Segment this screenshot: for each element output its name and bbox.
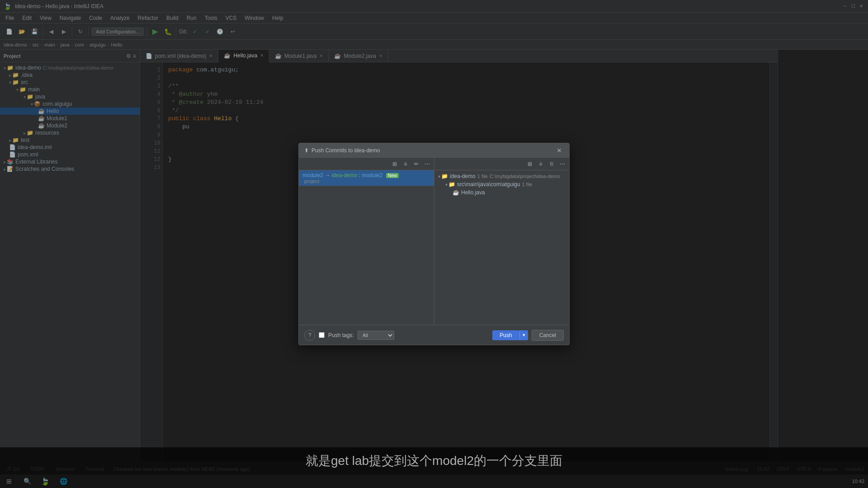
tree-view-button[interactable]: ≡ <box>401 159 410 169</box>
files-more-button[interactable]: ⋯ <box>557 159 567 169</box>
commit-item-module2[interactable]: module2 → idea-demo : module2 New projec… <box>299 170 434 186</box>
dialog-title-bar: ⬆ Push Commits to idea-demo ✕ <box>299 143 569 158</box>
file-tree-idea-demo[interactable]: ▾ 📁 idea-demo 1 file C:\mybigdata\projec… <box>438 172 566 180</box>
footer-left: ? Push tags: All Following None <box>304 330 394 341</box>
expand-all-button[interactable]: ⊞ <box>390 159 400 169</box>
files-diff-button[interactable]: ⎘ <box>547 159 557 169</box>
modal-overlay: ⬆ Push Commits to idea-demo ✕ ⊞ ≡ ✏ ⋯ mo… <box>0 0 868 488</box>
dialog-title: ⬆ Push Commits to idea-demo <box>304 147 380 154</box>
dialog-body: ⊞ ≡ ✏ ⋯ module2 → idea-demo : module2 Ne… <box>299 158 569 325</box>
more-options-button[interactable]: ⋯ <box>422 159 432 169</box>
help-button[interactable]: ? <box>304 330 315 341</box>
push-dialog: ⬆ Push Commits to idea-demo ✕ ⊞ ≡ ✏ ⋯ mo… <box>298 143 570 345</box>
project-icon: 📁 <box>441 173 448 179</box>
files-group-button[interactable]: ≡ <box>536 159 546 169</box>
footer-right: Push ▾ Cancel <box>492 330 564 341</box>
files-content: ▾ 📁 idea-demo 1 file C:\mybigdata\projec… <box>434 170 569 325</box>
dialog-footer: ? Push tags: All Following None Push ▾ C… <box>299 325 569 345</box>
push-tags-checkbox[interactable] <box>319 332 325 338</box>
push-tags-label: Push tags: <box>328 332 354 338</box>
push-dropdown-button[interactable]: ▾ <box>519 330 528 340</box>
java-file-icon: ☕ <box>453 189 459 196</box>
push-button-group: Push ▾ <box>492 330 528 340</box>
commits-panel: ⊞ ≡ ✏ ⋯ module2 → idea-demo : module2 Ne… <box>299 158 434 325</box>
files-expand-button[interactable]: ⊞ <box>525 159 535 169</box>
folder-icon: 📁 <box>448 181 455 188</box>
dialog-close-button[interactable]: ✕ <box>555 146 564 155</box>
edit-button[interactable]: ✏ <box>411 159 421 169</box>
cancel-button[interactable]: Cancel <box>532 330 564 341</box>
tags-select[interactable]: All Following None <box>358 331 394 340</box>
commit-branch-info: module2 → idea-demo : module2 New <box>302 172 430 178</box>
file-tree-hello-java[interactable]: ☕ Hello.java <box>438 188 566 197</box>
files-panel: ⊞ ≡ ⎘ ⋯ ▾ 📁 idea-demo 1 file C:\mybigdat… <box>434 158 569 325</box>
files-toolbar: ⊞ ≡ ⎘ ⋯ <box>434 158 569 170</box>
commit-sub-project: project <box>302 178 430 184</box>
commits-toolbar: ⊞ ≡ ✏ ⋯ <box>299 158 434 170</box>
dialog-git-icon: ⬆ <box>304 147 309 154</box>
file-tree-src-path[interactable]: ▾ 📁 src\main\java\com\atguigu 1 file <box>438 180 566 188</box>
push-button[interactable]: Push <box>492 330 519 340</box>
